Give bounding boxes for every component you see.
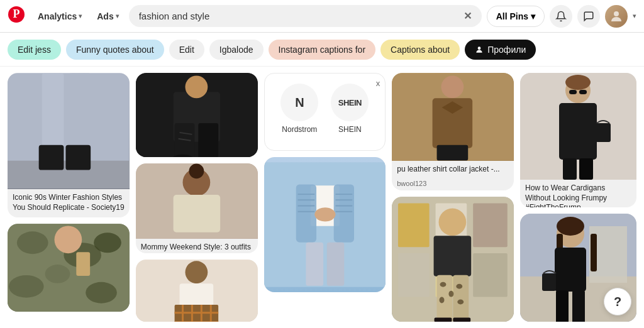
pin-card-camo[interactable] (8, 224, 130, 312)
svg-point-33 (185, 261, 208, 283)
help-button[interactable]: ? (604, 288, 631, 315)
main-content: Iconic 90s Winter Fashion Styles You Sho… (0, 67, 644, 328)
pin-card-legs-fashion[interactable]: Iconic 90s Winter Fashion Styles You Sho… (8, 73, 130, 217)
svg-rect-87 (563, 158, 577, 180)
svg-rect-73 (453, 275, 469, 322)
chip-edit-jess[interactable]: Edit jess (8, 40, 61, 60)
search-bar: ✕ (129, 5, 482, 27)
nordstrom-logo: N (280, 84, 318, 121)
nordstrom-name: Nordstrom (282, 125, 317, 134)
search-clear-icon[interactable]: ✕ (464, 10, 472, 22)
chip-instagram-captions[interactable]: Instagram captions for (269, 40, 376, 60)
svg-point-11 (17, 232, 48, 254)
brand-close-button[interactable]: x (376, 79, 380, 88)
svg-rect-55 (306, 243, 323, 286)
svg-point-77 (440, 297, 445, 303)
chip-profile[interactable]: Профили (465, 40, 536, 60)
pin-card-leopard[interactable] (392, 197, 514, 322)
svg-point-54 (314, 207, 335, 221)
pins-column-2: x N Nordstrom SHEIN SHEIN (264, 73, 386, 322)
svg-point-15 (9, 275, 44, 298)
chip-captions-about[interactable]: Captions about (380, 40, 460, 60)
analytics-nav[interactable]: Analytics ▾ (33, 8, 87, 25)
svg-rect-30 (173, 195, 220, 232)
pinterest-logo[interactable]: P (8, 6, 25, 27)
svg-rect-18 (76, 252, 90, 276)
svg-point-75 (449, 291, 454, 297)
pin-caption-brown: pu leather shirt collar jacket -... (392, 161, 514, 180)
svg-rect-80 (453, 317, 471, 322)
svg-point-94 (557, 217, 584, 236)
svg-rect-8 (39, 145, 64, 170)
svg-rect-97 (555, 248, 586, 292)
svg-point-83 (565, 75, 591, 90)
svg-rect-56 (326, 243, 344, 286)
svg-rect-7 (69, 74, 91, 148)
pins-column-0: Iconic 90s Winter Fashion Styles You Sho… (8, 73, 130, 322)
svg-text:P: P (13, 8, 20, 20)
search-input[interactable] (139, 11, 458, 21)
pin-caption-cardigan: How to Wear Cardigans Without Looking Fr… (520, 180, 636, 207)
svg-point-31 (189, 163, 204, 178)
svg-rect-23 (198, 123, 218, 157)
chip-funny-quotes[interactable]: Funny quotes about (66, 40, 164, 60)
pins-column-4: How to Wear Cardigans Without Looking Fr… (520, 73, 636, 322)
svg-rect-61 (437, 145, 469, 161)
chip-igbalode[interactable]: Igbalode (209, 40, 264, 60)
svg-rect-85 (569, 90, 577, 94)
svg-point-17 (55, 226, 82, 254)
nordstrom-logo-item[interactable]: N Nordstrom (280, 84, 318, 134)
pin-card-cardigan-howto[interactable]: How to Wear Cardigans Without Looking Fr… (520, 73, 636, 207)
shein-logo: SHEIN (331, 84, 369, 121)
svg-rect-89 (596, 123, 611, 142)
svg-rect-9 (65, 145, 91, 170)
svg-rect-64 (398, 203, 430, 247)
pin-card-brown-jacket[interactable]: pu leather shirt collar jacket -... bwoo… (392, 73, 514, 190)
pin-card-dark-fashion[interactable] (136, 73, 258, 157)
svg-rect-66 (473, 203, 508, 247)
svg-point-21 (185, 75, 208, 98)
pin-caption-legs: Iconic 90s Winter Fashion Styles You Sho… (8, 189, 130, 217)
svg-point-16 (86, 282, 117, 303)
all-pins-arrow: ▾ (531, 11, 535, 21)
brand-card: x N Nordstrom SHEIN SHEIN (264, 73, 386, 151)
svg-rect-45 (333, 184, 353, 242)
svg-rect-34 (179, 283, 213, 307)
svg-point-74 (440, 282, 447, 287)
user-avatar[interactable] (605, 5, 628, 28)
svg-rect-67 (398, 253, 430, 297)
pin-caption-mommy: Mommy Weekend Style: 3 outfits you need … (136, 239, 258, 253)
svg-point-78 (458, 299, 464, 304)
pins-column-1: Mommy Weekend Style: 3 outfits you need … (136, 73, 258, 322)
pins-column-3: pu leather shirt collar jacket -... bwoo… (392, 73, 514, 322)
svg-rect-96 (591, 234, 597, 271)
svg-point-76 (457, 284, 463, 289)
svg-rect-88 (579, 158, 593, 180)
shein-logo-item[interactable]: SHEIN SHEIN (331, 84, 369, 134)
svg-rect-84 (559, 103, 597, 160)
messages-button[interactable] (577, 5, 600, 28)
pin-card-mommy-weekend[interactable]: Mommy Weekend Style: 3 outfits you need … (136, 163, 258, 253)
svg-rect-71 (434, 236, 472, 276)
shein-name: SHEIN (338, 125, 362, 134)
svg-point-2 (614, 11, 619, 16)
svg-rect-69 (473, 253, 508, 297)
svg-rect-44 (296, 184, 316, 242)
svg-point-13 (45, 265, 70, 283)
filter-chips-row: Edit jess Funny quotes about Edit Igbalo… (0, 33, 644, 67)
avatar-chevron[interactable]: ▾ (633, 12, 636, 20)
svg-point-70 (439, 208, 467, 236)
pin-card-blue-knit[interactable] (264, 157, 386, 292)
pin-card-plaid[interactable] (136, 260, 258, 322)
ads-nav[interactable]: Ads ▾ (92, 8, 123, 25)
svg-point-58 (441, 75, 464, 98)
all-pins-dropdown[interactable]: All Pins ▾ (487, 6, 545, 27)
chip-edit[interactable]: Edit (169, 40, 204, 60)
svg-rect-100 (542, 273, 556, 291)
brand-logos: N Nordstrom SHEIN SHEIN (280, 84, 369, 134)
header: P Analytics ▾ Ads ▾ ✕ All Pins ▾ ▾ (0, 0, 644, 33)
svg-rect-72 (437, 275, 453, 322)
ads-arrow: ▾ (116, 13, 119, 19)
svg-rect-79 (435, 317, 452, 322)
notifications-button[interactable] (550, 5, 572, 28)
